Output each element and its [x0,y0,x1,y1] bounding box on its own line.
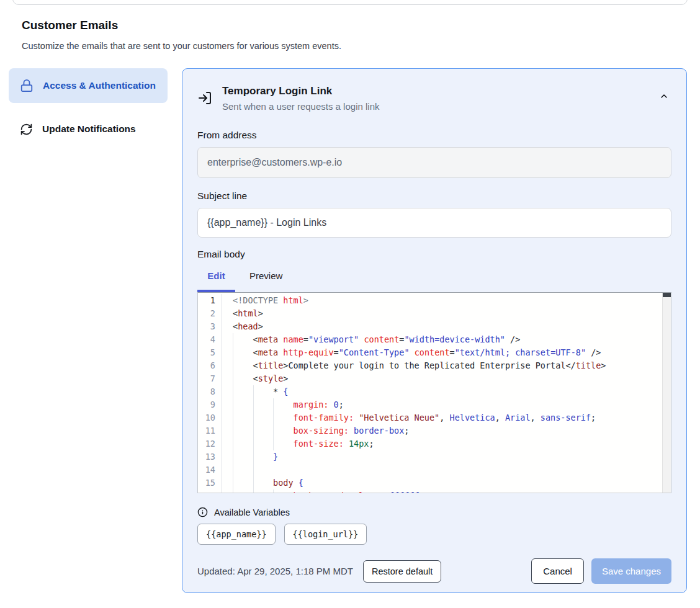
from-address-label: From address [197,130,671,142]
line-number: 3 [198,320,222,333]
code-text: <style> [233,372,288,385]
previous-card-bottom-edge [12,0,688,5]
line-number: 12 [198,437,222,450]
code-line: 15 body { [198,476,671,490]
collapse-button[interactable] [657,89,671,104]
code-line: 9 margin: 0; [198,398,671,411]
line-number: 14 [198,463,222,476]
code-line: 1<!DOCTYPE html> [198,294,671,307]
line-number: 16 [198,490,222,493]
refresh-icon [20,123,33,136]
panel-header: Temporary Login Link Sent when a user re… [197,85,671,112]
editor-scrollbar[interactable] [662,293,671,493]
code-text: } [233,450,278,463]
code-line: 10 font-family: "Helvetica Neue", Helvet… [198,411,671,424]
panel-title: Temporary Login Link [222,85,379,97]
panel-subtitle: Sent when a user requests a login link [222,101,379,112]
panel-footer: Updated: Apr 29, 2025, 1:18 PM MDT Resto… [197,558,671,584]
line-number: 10 [198,411,222,424]
email-panel: Temporary Login Link Sent when a user re… [182,68,687,593]
email-body-label: Email body [197,249,671,261]
code-text: <head> [233,320,263,333]
variable-chips: {{app_name}} {{login_url}} [197,524,671,545]
sidebar-item-update-notifications[interactable]: Update Notifications [9,113,168,145]
line-number: 1 [198,294,222,307]
chevron-up-icon [659,91,669,101]
editor-scrollbar-thumb[interactable] [663,293,671,297]
code-line: 7 <style> [198,372,671,385]
info-icon [197,507,208,517]
code-line: 8 * { [198,385,671,398]
variable-chip-login-url[interactable]: {{login_url}} [284,524,367,545]
lock-icon [20,79,34,92]
line-number: 8 [198,385,222,398]
variable-chip-app-name[interactable]: {{app_name}} [197,524,276,545]
code-line: 2<html> [198,307,671,320]
line-number: 2 [198,307,222,320]
panel-header-text: Temporary Login Link Sent when a user re… [222,85,379,112]
tab-edit[interactable]: Edit [197,270,235,281]
sidebar-item-label: Access & Authentication [43,78,156,93]
line-number: 5 [198,346,222,359]
code-line: 16 background-color: #ffffff; [198,490,671,493]
code-line: 14 [198,463,671,476]
line-number: 6 [198,359,222,372]
from-address-input[interactable] [197,147,671,178]
code-line: 13 } [198,450,671,463]
subject-line-input[interactable] [197,208,671,238]
code-text: font-family: "Helvetica Neue", Helvetica… [233,411,596,424]
editor-wrap: 1<!DOCTYPE html>2<html>3<head>4 <meta na… [197,292,671,493]
available-variables-header: Available Variables [197,507,671,517]
code-text: <!DOCTYPE html> [233,294,308,307]
code-text: <html> [233,307,263,320]
code-line: 12 font-size: 14px; [198,437,671,450]
sidebar-item-access-authentication[interactable]: Access & Authentication [9,68,168,103]
line-number: 9 [198,398,222,411]
code-editor[interactable]: 1<!DOCTYPE html>2<html>3<head>4 <meta na… [197,292,671,493]
code-text: box-sizing: border-box; [233,424,409,437]
subject-line-label: Subject line [197,190,671,203]
code-text: body { [233,476,303,490]
code-line: 4 <meta name="viewport" content="width=d… [198,333,671,346]
cancel-button[interactable]: Cancel [531,558,584,584]
code-text: * { [233,385,288,398]
code-text: font-size: 14px; [233,437,374,450]
line-number: 15 [198,476,222,490]
sidebar: Access & Authentication Update Notificat… [9,68,168,145]
available-variables-label: Available Variables [214,507,290,517]
sidebar-item-label: Update Notifications [42,122,136,136]
code-text: margin: 0; [233,398,344,411]
page-title: Customer Emails [22,19,118,32]
login-icon [197,91,212,105]
code-text [233,463,273,476]
active-tab-underline [197,290,235,292]
code-line: 11 box-sizing: border-box; [198,424,671,437]
code-text: <title>Complete your login to the Replic… [233,359,606,372]
tab-preview[interactable]: Preview [249,270,282,281]
code-text: background-color: #ffffff; [233,490,424,493]
line-number: 7 [198,372,222,385]
save-changes-button[interactable]: Save changes [591,558,671,584]
line-number: 11 [198,424,222,437]
page-subtitle: Customize the emails that are sent to yo… [22,41,341,51]
line-number: 4 [198,333,222,346]
code-line: 5 <meta http-equiv="Content-Type" conten… [198,346,671,359]
email-body-tabs: Edit Preview [197,267,671,284]
code-text: <meta http-equiv="Content-Type" content=… [233,346,601,359]
code-line: 6 <title>Complete your login to the Repl… [198,359,671,372]
line-number: 13 [198,450,222,463]
code-line: 3<head> [198,320,671,333]
restore-default-button[interactable]: Restore default [363,560,441,583]
code-text: <meta name="viewport" content="width=dev… [233,333,520,346]
updated-timestamp: Updated: Apr 29, 2025, 1:18 PM MDT [197,566,353,576]
